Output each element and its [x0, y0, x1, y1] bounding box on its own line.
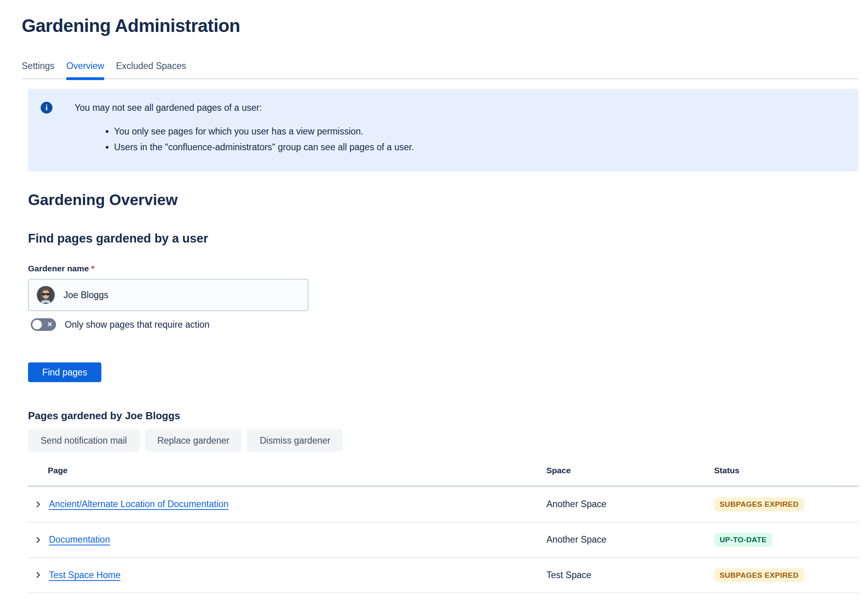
tab-settings[interactable]: Settings — [22, 61, 54, 78]
required-asterisk: * — [91, 264, 94, 273]
info-banner: i You may not see all gardened pages of … — [28, 89, 858, 172]
results-actions: Send notification mail Replace gardener … — [28, 429, 862, 452]
replace-gardener-button[interactable]: Replace gardener — [145, 429, 242, 452]
toggle-row: ✕ Only show pages that require action — [31, 318, 862, 331]
gardener-name-label: Gardener name * — [28, 264, 862, 273]
gardener-name-label-text: Gardener name — [28, 264, 89, 273]
tab-bar: Settings Overview Excluded Spaces — [22, 61, 858, 79]
find-pages-heading: Find pages gardened by a user — [28, 231, 862, 246]
info-banner-intro: You may not see all gardened pages of a … — [75, 102, 414, 114]
expand-chevron-icon[interactable] — [34, 500, 43, 509]
expand-chevron-icon[interactable] — [34, 536, 43, 544]
gardener-name-input[interactable]: Joe Bloggs — [28, 279, 309, 311]
status-badge: SUBPAGES EXPIRED — [714, 568, 804, 582]
info-banner-bullet: Users in the "confluence-administrators"… — [114, 139, 414, 155]
gardener-name-value: Joe Bloggs — [64, 290, 108, 301]
table-row: Test Space Home Test Space SUBPAGES EXPI… — [28, 558, 858, 593]
status-badge: UP-TO-DATE — [714, 533, 772, 547]
expand-chevron-icon[interactable] — [34, 571, 43, 579]
space-cell: Another Space — [546, 486, 714, 522]
require-action-toggle[interactable]: ✕ — [31, 318, 56, 331]
info-banner-bullets: You only see pages for which you user ha… — [75, 123, 414, 155]
page-title: Gardening Administration — [22, 15, 862, 36]
dismiss-gardener-button[interactable]: Dismiss gardener — [247, 429, 343, 452]
column-header-page: Page — [28, 463, 546, 486]
toggle-knob — [32, 320, 42, 329]
table-row: Ancient/Alternate Location of Documentat… — [28, 486, 858, 522]
info-banner-bullet: You only see pages for which you user ha… — [114, 123, 414, 139]
user-avatar — [37, 286, 55, 304]
send-notification-mail-button[interactable]: Send notification mail — [28, 429, 140, 452]
find-pages-button[interactable]: Find pages — [28, 362, 101, 382]
tab-overview[interactable]: Overview — [66, 61, 104, 78]
space-cell: Test Space — [546, 558, 714, 593]
table-header-row: Page Space Status — [28, 463, 858, 486]
column-header-space: Space — [546, 463, 714, 486]
results-heading: Pages gardened by Joe Bloggs — [28, 410, 862, 422]
space-cell: Another Space — [546, 522, 714, 558]
page-link[interactable]: Test Space Home — [49, 570, 121, 581]
toggle-off-icon: ✕ — [47, 321, 52, 328]
status-badge: SUBPAGES EXPIRED — [714, 497, 804, 511]
table-row: Documentation Another Space UP-TO-DATE — [28, 522, 858, 558]
info-banner-text: You may not see all gardened pages of a … — [75, 102, 414, 160]
page-link[interactable]: Ancient/Alternate Location of Documentat… — [49, 499, 228, 510]
results-table: Page Space Status Ancient/Alternate Loca… — [28, 463, 858, 593]
toggle-label: Only show pages that require action — [65, 319, 209, 330]
overview-heading: Gardening Overview — [28, 191, 862, 209]
page-link[interactable]: Documentation — [49, 534, 110, 545]
column-header-status: Status — [714, 463, 858, 486]
info-icon: i — [41, 102, 52, 114]
tab-excluded-spaces[interactable]: Excluded Spaces — [116, 61, 186, 78]
